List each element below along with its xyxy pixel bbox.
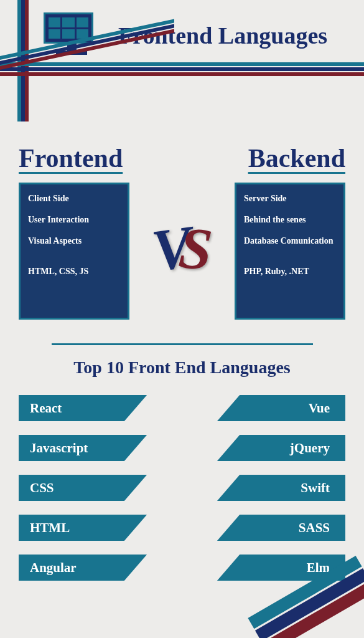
backend-item: Behind the senes: [244, 214, 336, 226]
backend-box: Server Side Behind the senes Database Co…: [235, 183, 345, 320]
language-item: Javascript: [19, 435, 170, 461]
language-item: HTML: [19, 515, 170, 541]
frontend-box: Client Side User Interaction Visual Aspe…: [19, 183, 129, 320]
languages-grid: React Vue Javascript jQuery CSS Swift HT…: [19, 395, 345, 581]
frontend-heading: Frontend: [19, 143, 123, 173]
language-item: jQuery: [195, 435, 346, 461]
language-item: Angular: [19, 555, 170, 581]
backend-heading: Backend: [248, 143, 345, 173]
frontend-tech: HTML, CSS, JS: [28, 266, 120, 277]
backend-item: Database Comunication: [244, 236, 336, 247]
frontend-item: User Interaction: [28, 214, 120, 226]
comparison-boxes: Client Side User Interaction Visual Aspe…: [19, 183, 345, 320]
language-item: Swift: [195, 475, 346, 501]
backend-tech: PHP, Ruby, .NET: [244, 266, 336, 277]
language-item: React: [19, 395, 170, 421]
top10-title: Top 10 Front End Languages: [19, 358, 345, 378]
vs-letter-s: S: [177, 223, 214, 273]
language-item: CSS: [19, 475, 170, 501]
top10-section: Top 10 Front End Languages React Vue Jav…: [0, 345, 364, 593]
frontend-item: Client Side: [28, 193, 120, 204]
vs-icon: VS: [152, 225, 212, 272]
language-item: SASS: [195, 515, 346, 541]
comparison-section: Frontend Backend Client Side User Intera…: [0, 131, 364, 332]
language-item: Vue: [195, 395, 346, 421]
comparison-headings: Frontend Backend: [19, 143, 345, 173]
frontend-item: Visual Aspects: [28, 236, 120, 247]
header: Frontend Languages: [0, 0, 364, 131]
backend-item: Server Side: [244, 193, 336, 204]
